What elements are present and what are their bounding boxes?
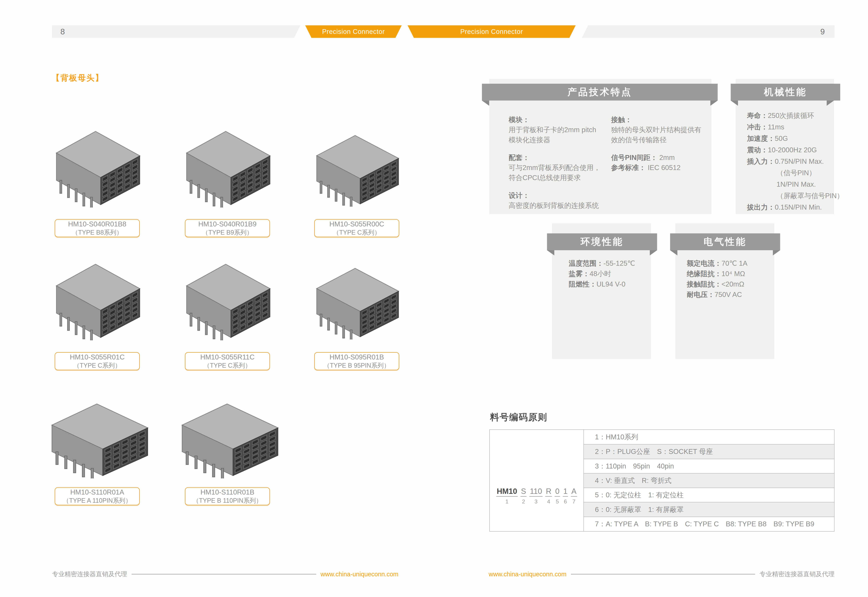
spec-label: 耐电压： [687, 291, 715, 298]
connector-render-7 [46, 400, 154, 478]
connector-render-2 [181, 128, 275, 208]
ribbon-fold [547, 250, 554, 255]
footer-right: www.china-uniqueconn.com 专业精密连接器直销及代理 [489, 570, 834, 578]
product-label: HM10-S110R01B （TYPE B 110PIN系列） [185, 487, 270, 505]
spec-label: 额定电流： [687, 260, 721, 267]
footer-divider-line [571, 574, 755, 575]
page-number-left: 8 [61, 27, 65, 36]
connector-render-4 [51, 260, 145, 340]
mechanical-panel-title: 机械性能 [731, 84, 840, 101]
ribbon-fold [773, 250, 780, 255]
coding-row: 4：V: 垂直式 R: 弯折式 [584, 473, 834, 488]
coding-row: 2：P：PLUG公座 S：SOCKET 母座 [584, 444, 834, 459]
product-label: HM10-S040R01B9 （TYPE B9系列） [185, 219, 270, 237]
spec-label: 盐雾： [569, 270, 589, 278]
banner-label-right: Precision Connector [460, 28, 523, 36]
spec-row: 1N/PIN Max. [747, 178, 837, 190]
spec-row: 额定电流：70℃ 1A [687, 258, 769, 269]
spec-value: 48小时 [589, 270, 611, 278]
banner-label-left: Precision Connector [322, 28, 385, 36]
product-series: （TYPE B 110PIN系列） [193, 497, 262, 505]
spec-value: 0.15N/PIN Min. [775, 203, 822, 211]
features-left-column: 模块： 用于背板和子卡的2mm pitch 模块化连接器 配套： 可与2mm背板… [509, 114, 608, 218]
product-label: HM10-S055R00C （TYPE C系列） [314, 219, 399, 237]
electrical-panel-title: 电气性能 [670, 233, 780, 250]
connector-render-6 [312, 265, 404, 340]
spec-row: 插入力：0.75N/PIN Max. [747, 156, 837, 167]
feature-standard: 参考标准： IEC 60512 [611, 163, 708, 172]
product-series: （TYPE C系列） [73, 362, 121, 369]
product-label: HM10-S040R01B8 （TYPE B8系列） [55, 219, 140, 237]
product-code: HM10-S110R01B [200, 488, 255, 496]
spec-row: 拔出力：0.15N/PIN Min. [747, 201, 837, 213]
spec-row: 盐雾：48小时 [569, 269, 648, 279]
spec-value: （屏蔽罩与信号PIN） [776, 192, 844, 199]
part-number-breakdown: HM101 S2 1103 R4 05 16 A7 [490, 487, 583, 505]
spec-value: （信号PIN） [776, 169, 816, 177]
footer-slogan: 专业精密连接器直销及代理 [760, 570, 834, 578]
part-segment: R4 [545, 487, 552, 505]
spec-label: 绝缘阻抗： [687, 270, 721, 278]
product-series: （TYPE A 110PIN系列） [63, 497, 131, 505]
spec-value: -55-125℃ [604, 260, 635, 267]
spec-value: UL94 V-0 [596, 280, 626, 288]
header-banner-left: Precision Connector [305, 25, 402, 38]
spec-value: <20mΩ [721, 280, 744, 288]
spec-label: 温度范围： [569, 260, 604, 267]
spec-value: 70℃ 1A [721, 260, 747, 267]
features-right-column: 接触： 独特的母头双叶片结构提供有 效的信号传输路径 信号PIN间距： 2mm … [611, 114, 708, 172]
spec-value: 1N/PIN Max. [776, 180, 816, 188]
features-panel-title: 产品技术特点 [482, 84, 718, 101]
footer-website-link[interactable]: www.china-uniqueconn.com [320, 570, 398, 578]
feature-line: 模块化连接器 [509, 135, 608, 145]
product-label: HM10-S055R01C （TYPE C系列） [55, 352, 140, 370]
spec-row: （屏蔽罩与信号PIN） [747, 190, 837, 201]
footer-divider-line [132, 574, 316, 575]
feature-value: IEC 60512 [648, 164, 681, 171]
coding-rows: 1：HM10系列 2：P：PLUG公座 S：SOCKET 母座 3：110pin… [583, 430, 834, 531]
coding-row: 5：0: 无定位柱 1: 有定位柱 [584, 488, 834, 502]
feature-value: 2mm [659, 154, 675, 161]
product-code: HM10-S040R01B8 [68, 220, 126, 228]
product-series: （TYPE B9系列） [202, 229, 253, 236]
feature-label: 设计： [509, 190, 608, 200]
part-segment: HM101 [496, 487, 518, 505]
environment-panel-title: 环境性能 [547, 233, 657, 250]
coding-row: 1：HM10系列 [584, 430, 834, 444]
part-segment: A7 [571, 487, 577, 505]
feature-pin-pitch: 信号PIN间距： 2mm [611, 153, 708, 163]
spec-row: 温度范围：-55-125℃ [569, 258, 648, 269]
product-label: HM10-S095R01B （TYPE B 95PIN系列） [314, 352, 399, 370]
coding-row: 6：0: 无屏蔽罩 1: 有屏蔽罩 [584, 502, 834, 517]
ribbon-fold [670, 250, 677, 255]
header-banner-right: Precision Connector [408, 25, 576, 38]
product-series: （TYPE B 95PIN系列） [323, 362, 390, 369]
header-bar-right: 9 [582, 25, 834, 38]
ribbon-fold [711, 101, 718, 106]
feature-label: 信号PIN间距： [611, 154, 657, 161]
feature-label: 配套： [509, 153, 608, 163]
spec-row: 寿命：250次插拔循环 [747, 110, 837, 121]
spec-row: 加速度：50G [747, 133, 837, 144]
mechanical-title-text: 机械性能 [764, 86, 807, 98]
spec-label: 寿命： [747, 111, 768, 119]
feature-mating: 配套： 可与2mm背板系列配合使用， 符合CPCI总线使用要求 [509, 153, 608, 183]
ribbon-fold [731, 101, 738, 106]
part-segment: S2 [521, 487, 527, 505]
spec-label: 接触阻抗： [687, 280, 721, 288]
feature-label: 参考标准： [611, 164, 646, 171]
ribbon-fold [650, 250, 657, 255]
product-series: （TYPE B8系列） [72, 229, 123, 236]
feature-contact: 接触： 独特的母头双叶片结构提供有 效的信号传输路径 [611, 114, 708, 145]
feature-line: 符合CPCI总线使用要求 [509, 172, 608, 183]
footer-website-link[interactable]: www.china-uniqueconn.com [489, 570, 567, 578]
product-code: HM10-S110R01A [70, 488, 124, 496]
spec-value: 11ms [768, 123, 784, 131]
feature-design: 设计： 高密度的板到背板的连接系统 [509, 190, 608, 211]
spec-value: 10⁴ MΩ [721, 270, 745, 278]
feature-line: 用于背板和子卡的2mm pitch [509, 125, 608, 135]
product-series: （TYPE C系列） [204, 362, 251, 369]
spec-row: 阻燃性：UL94 V-0 [569, 279, 648, 289]
spec-row: 耐电压：750V AC [687, 289, 769, 300]
footer-slogan: 专业精密连接器直销及代理 [52, 570, 127, 578]
